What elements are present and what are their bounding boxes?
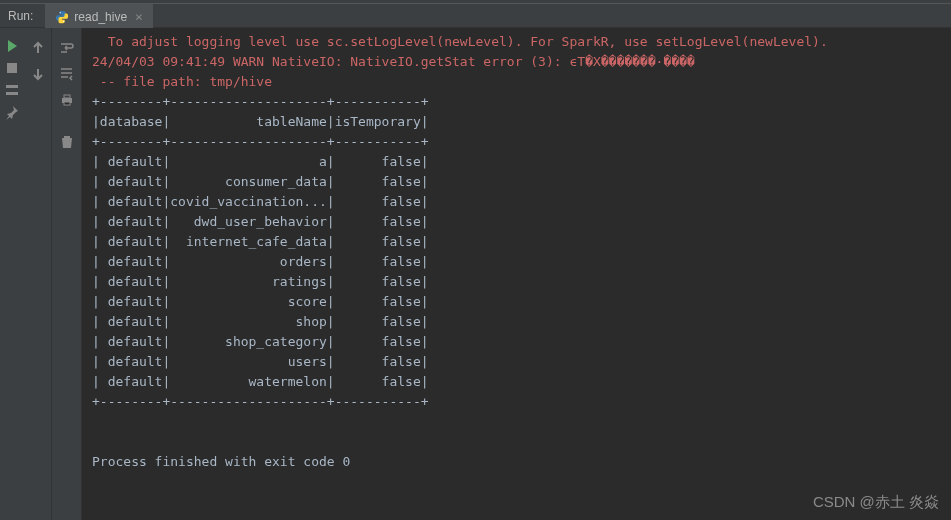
table-row: | default| users| false| (92, 354, 429, 369)
svg-rect-4 (6, 92, 18, 95)
table-row: | default| internet_cafe_data| false| (92, 234, 429, 249)
star-icon: ★ (0, 500, 2, 510)
python-file-icon (55, 10, 69, 24)
pin-icon[interactable] (4, 104, 20, 120)
table-sep: +--------+--------------------+---------… (92, 94, 429, 109)
print-icon[interactable] (59, 92, 75, 108)
run-left-rail (0, 28, 24, 520)
table-header: |database| tableName|isTemporary| (92, 114, 429, 129)
table-row: | default| dwd_user_behavior| false| (92, 214, 429, 229)
svg-point-0 (60, 12, 61, 13)
stop-icon[interactable] (4, 60, 20, 76)
run-panel-header: Run: read_hive × (0, 4, 951, 28)
run-toolbar-2 (52, 28, 82, 520)
favorites-tool-window-button[interactable]: ★ 2: Favorites (0, 439, 2, 510)
svg-rect-2 (7, 63, 17, 73)
log-line: 24/04/03 09:41:49 WARN NativeIO: NativeI… (92, 54, 695, 69)
table-row: | default| consumer_data| false| (92, 174, 429, 189)
log-line: To adjust logging level use sc.setLogLev… (92, 34, 828, 49)
trash-icon[interactable] (59, 134, 75, 150)
svg-rect-6 (64, 95, 70, 98)
table-row: | default| score| false| (92, 294, 429, 309)
exit-line: Process finished with exit code 0 (92, 454, 350, 469)
favorites-label: 2: Favorites (0, 439, 2, 496)
soft-wrap-icon[interactable] (59, 40, 75, 56)
tab-label: read_hive (74, 10, 127, 24)
up-icon[interactable] (30, 40, 46, 56)
table-row: | default| watermelon| false| (92, 374, 429, 389)
scroll-to-end-icon[interactable] (59, 66, 75, 82)
run-toolbar-1 (24, 28, 52, 520)
svg-rect-7 (64, 102, 70, 105)
layout-icon[interactable] (4, 82, 20, 98)
rerun-icon[interactable] (4, 38, 20, 54)
svg-point-1 (63, 20, 64, 21)
log-line: -- file path: tmp/hive (92, 74, 272, 89)
table-row: | default| a| false| (92, 154, 429, 169)
close-icon[interactable]: × (135, 9, 143, 24)
table-sep: +--------+--------------------+---------… (92, 394, 429, 409)
table-sep: +--------+--------------------+---------… (92, 134, 429, 149)
csdn-watermark: CSDN @赤土 炎焱 (813, 493, 939, 512)
down-icon[interactable] (30, 66, 46, 82)
table-row: | default| orders| false| (92, 254, 429, 269)
table-row: | default| shop| false| (92, 314, 429, 329)
svg-rect-3 (6, 85, 18, 88)
run-config-tab[interactable]: read_hive × (45, 4, 153, 28)
run-label: Run: (0, 9, 41, 23)
console-output[interactable]: To adjust logging level use sc.setLogLev… (82, 28, 951, 520)
table-row: | default|covid_vaccination...| false| (92, 194, 429, 209)
table-row: | default| shop_category| false| (92, 334, 429, 349)
table-row: | default| ratings| false| (92, 274, 429, 289)
